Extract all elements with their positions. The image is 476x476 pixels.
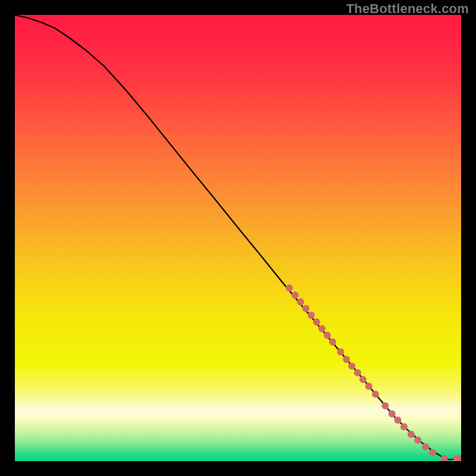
data-marker xyxy=(302,305,309,312)
data-marker xyxy=(429,449,436,456)
data-marker xyxy=(359,376,367,383)
data-marker xyxy=(286,284,293,292)
data-marker xyxy=(382,402,389,409)
chart-stage: TheBottleneck.com xyxy=(0,0,476,476)
data-marker xyxy=(337,348,345,355)
data-marker xyxy=(408,431,415,438)
data-marker xyxy=(389,411,396,418)
data-marker xyxy=(324,332,331,339)
data-marker xyxy=(297,298,304,305)
data-marker xyxy=(365,383,372,390)
chart-plot xyxy=(15,15,461,461)
data-marker xyxy=(292,292,299,299)
data-marker xyxy=(394,416,402,424)
data-marker xyxy=(354,369,361,377)
data-marker xyxy=(414,437,421,444)
data-marker xyxy=(308,312,315,319)
data-marker xyxy=(422,443,429,450)
data-marker xyxy=(400,423,408,430)
data-marker xyxy=(318,325,325,332)
data-marker xyxy=(343,356,350,363)
gradient-background xyxy=(15,15,461,461)
data-marker xyxy=(313,318,320,325)
data-marker xyxy=(372,391,379,398)
data-marker xyxy=(329,339,336,346)
data-marker xyxy=(348,362,355,369)
